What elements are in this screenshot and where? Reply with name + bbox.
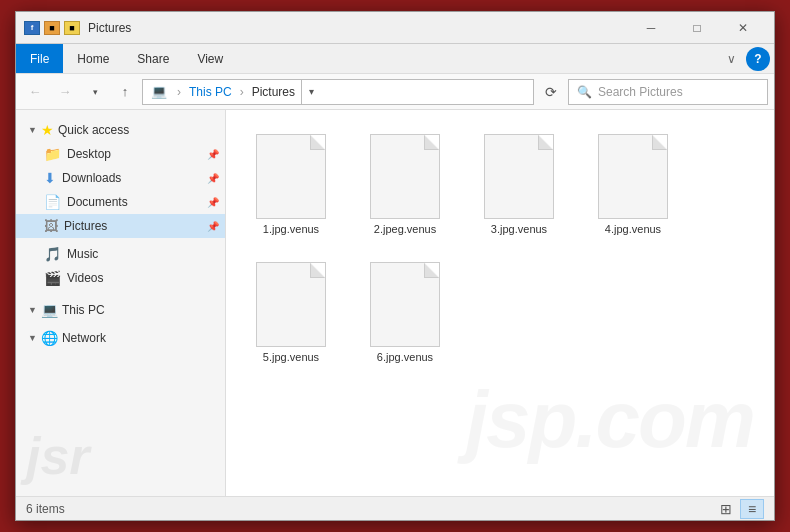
pictures-folder-icon: 🖼 — [44, 218, 58, 234]
address-pictures-label: Pictures — [246, 85, 301, 99]
view-icons-button[interactable]: ⊞ — [714, 499, 738, 519]
file-name-6: 6.jpg.venus — [377, 351, 433, 363]
desktop-pin-icon: 📌 — [207, 149, 219, 160]
pictures-label: Pictures — [64, 219, 107, 233]
files-grid: 1.jpg.venus 2.jpeg.venus 3.jpg.venus — [236, 120, 764, 372]
back-button[interactable]: ← — [22, 79, 48, 105]
pictures-pin-icon: 📌 — [207, 221, 219, 232]
documents-pin-icon: 📌 — [207, 197, 219, 208]
titlebar: f ■ ■ Pictures ─ □ ✕ — [16, 12, 774, 44]
quick-access-star-icon: ★ — [41, 122, 54, 138]
file-icon-1 — [251, 129, 331, 219]
file-icon-2 — [365, 129, 445, 219]
network-icon: 🌐 — [41, 330, 58, 346]
videos-icon: 🎬 — [44, 270, 61, 286]
sidebar: jsr ▼ ★ Quick access 📁 Desktop 📌 ⬇ Downl… — [16, 110, 226, 496]
address-box[interactable]: 💻 › This PC › Pictures ▾ — [142, 79, 534, 105]
titlebar-app-icons: f ■ ■ — [24, 21, 80, 35]
file-item-2[interactable]: 2.jpeg.venus — [350, 120, 460, 244]
file-name-5: 5.jpg.venus — [263, 351, 319, 363]
documents-label: Documents — [67, 195, 128, 209]
file-name-2: 2.jpeg.venus — [374, 223, 436, 235]
network-chevron: ▼ — [28, 333, 37, 343]
documents-folder-icon: 📄 — [44, 194, 61, 210]
maximize-button[interactable]: □ — [674, 12, 720, 44]
search-placeholder: Search Pictures — [598, 85, 683, 99]
statusbar: 6 items ⊞ ≡ — [16, 496, 774, 520]
search-icon: 🔍 — [577, 85, 592, 99]
file-item-4[interactable]: 4.jpg.venus — [578, 120, 688, 244]
window-title: Pictures — [88, 21, 628, 35]
dropdown-button[interactable]: ▾ — [82, 79, 108, 105]
address-dropdown-icon[interactable]: ▾ — [301, 79, 321, 105]
file-item-5[interactable]: 5.jpg.venus — [236, 248, 346, 372]
music-label: Music — [67, 247, 98, 261]
downloads-label: Downloads — [62, 171, 121, 185]
file-icon-6 — [365, 257, 445, 347]
file-icon-4 — [593, 129, 673, 219]
view-controls: ⊞ ≡ — [714, 499, 764, 519]
quick-access-section: ▼ ★ Quick access 📁 Desktop 📌 ⬇ Downloads… — [16, 118, 225, 238]
videos-label: Videos — [67, 271, 103, 285]
file-explorer-window: f ■ ■ Pictures ─ □ ✕ File Home Share Vie… — [15, 11, 775, 521]
help-button[interactable]: ? — [746, 47, 770, 71]
menu-view[interactable]: View — [183, 44, 237, 73]
app-icon-blue: f — [24, 21, 40, 35]
network-label: Network — [62, 331, 106, 345]
quick-access-label: Quick access — [58, 123, 129, 137]
file-item-6[interactable]: 6.jpg.venus — [350, 248, 460, 372]
this-pc-icon: 💻 — [41, 302, 58, 318]
network-header[interactable]: ▼ 🌐 Network — [16, 326, 225, 350]
sidebar-watermark: jsr — [26, 426, 90, 486]
music-icon: 🎵 — [44, 246, 61, 262]
app-icon-orange: ■ — [44, 21, 60, 35]
refresh-button[interactable]: ⟳ — [538, 79, 564, 105]
this-pc-label: This PC — [62, 303, 105, 317]
file-name-1: 1.jpg.venus — [263, 223, 319, 235]
sidebar-item-documents[interactable]: 📄 Documents 📌 — [16, 190, 225, 214]
address-sep1: › — [175, 85, 183, 99]
desktop-folder-icon: 📁 — [44, 146, 61, 162]
view-list-button[interactable]: ≡ — [740, 499, 764, 519]
file-name-3: 3.jpg.venus — [491, 223, 547, 235]
content-area: jsr ▼ ★ Quick access 📁 Desktop 📌 ⬇ Downl… — [16, 110, 774, 496]
quick-access-header[interactable]: ▼ ★ Quick access — [16, 118, 225, 142]
sidebar-item-desktop[interactable]: 📁 Desktop 📌 — [16, 142, 225, 166]
address-sep2: › — [238, 85, 246, 99]
app-icon-yellow: ■ — [64, 21, 80, 35]
files-area: jsp.com 1.jpg.venus 2.jpeg.venus — [226, 110, 774, 496]
downloads-folder-icon: ⬇ — [44, 170, 56, 186]
search-box[interactable]: 🔍 Search Pictures — [568, 79, 768, 105]
this-pc-chevron: ▼ — [28, 305, 37, 315]
file-item-1[interactable]: 1.jpg.venus — [236, 120, 346, 244]
sidebar-item-videos[interactable]: 🎬 Videos — [16, 266, 225, 290]
close-button[interactable]: ✕ — [720, 12, 766, 44]
item-count: 6 items — [26, 502, 65, 516]
menu-share[interactable]: Share — [123, 44, 183, 73]
quick-access-chevron: ▼ — [28, 125, 37, 135]
menubar: File Home Share View ∨ ? — [16, 44, 774, 74]
minimize-button[interactable]: ─ — [628, 12, 674, 44]
address-thispc-icon: 💻 — [143, 84, 175, 99]
forward-button[interactable]: → — [52, 79, 78, 105]
this-pc-header[interactable]: ▼ 💻 This PC — [16, 298, 225, 322]
menu-expand-icon[interactable]: ∨ — [716, 44, 746, 73]
file-icon-5 — [251, 257, 331, 347]
sidebar-item-pictures[interactable]: 🖼 Pictures 📌 — [16, 214, 225, 238]
file-name-4: 4.jpg.venus — [605, 223, 661, 235]
menu-home[interactable]: Home — [63, 44, 123, 73]
addressbar: ← → ▾ ↑ 💻 › This PC › Pictures ▾ ⟳ 🔍 Sea… — [16, 74, 774, 110]
sidebar-item-music[interactable]: 🎵 Music — [16, 242, 225, 266]
sidebar-item-downloads[interactable]: ⬇ Downloads 📌 — [16, 166, 225, 190]
up-button[interactable]: ↑ — [112, 79, 138, 105]
menu-file[interactable]: File — [16, 44, 63, 73]
address-thispc-label: This PC — [183, 85, 238, 99]
downloads-pin-icon: 📌 — [207, 173, 219, 184]
file-item-3[interactable]: 3.jpg.venus — [464, 120, 574, 244]
file-icon-3 — [479, 129, 559, 219]
files-watermark: jsp.com — [466, 374, 754, 466]
desktop-label: Desktop — [67, 147, 111, 161]
window-controls: ─ □ ✕ — [628, 12, 766, 44]
